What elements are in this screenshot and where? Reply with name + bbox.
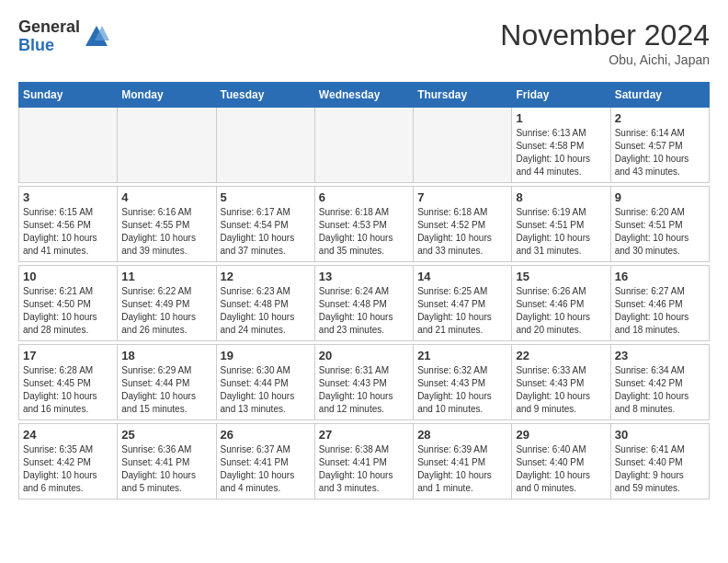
location: Obu, Aichi, Japan <box>500 52 710 67</box>
day-info: Sunrise: 6:18 AM Sunset: 4:52 PM Dayligh… <box>417 206 507 258</box>
day-number: 19 <box>221 349 311 362</box>
table-row: 22Sunrise: 6:33 AM Sunset: 4:43 PM Dayli… <box>512 345 610 420</box>
day-info: Sunrise: 6:30 AM Sunset: 4:44 PM Dayligh… <box>221 364 311 416</box>
col-sunday: Sunday <box>19 83 118 108</box>
day-number: 13 <box>319 270 409 283</box>
day-info: Sunrise: 6:21 AM Sunset: 4:50 PM Dayligh… <box>23 285 113 337</box>
table-row: 4Sunrise: 6:16 AM Sunset: 4:55 PM Daylig… <box>118 187 216 262</box>
table-row: 10Sunrise: 6:21 AM Sunset: 4:50 PM Dayli… <box>19 266 118 341</box>
table-row: 3Sunrise: 6:15 AM Sunset: 4:56 PM Daylig… <box>19 187 118 262</box>
table-row: 28Sunrise: 6:39 AM Sunset: 4:41 PM Dayli… <box>414 424 512 500</box>
day-number: 24 <box>23 428 113 442</box>
day-info: Sunrise: 6:26 AM Sunset: 4:46 PM Dayligh… <box>516 285 606 337</box>
table-row: 15Sunrise: 6:26 AM Sunset: 4:46 PM Dayli… <box>512 266 610 341</box>
day-number: 20 <box>319 349 409 362</box>
calendar-week-4: 17Sunrise: 6:28 AM Sunset: 4:45 PM Dayli… <box>19 345 710 420</box>
day-info: Sunrise: 6:28 AM Sunset: 4:45 PM Dayligh… <box>23 364 113 416</box>
table-row: 13Sunrise: 6:24 AM Sunset: 4:48 PM Dayli… <box>314 266 413 341</box>
table-row: 25Sunrise: 6:36 AM Sunset: 4:41 PM Dayli… <box>118 424 216 500</box>
table-row: 26Sunrise: 6:37 AM Sunset: 4:41 PM Dayli… <box>216 424 314 500</box>
table-row: 19Sunrise: 6:30 AM Sunset: 4:44 PM Dayli… <box>216 345 314 420</box>
table-row: 16Sunrise: 6:27 AM Sunset: 4:46 PM Dayli… <box>610 266 709 341</box>
day-info: Sunrise: 6:20 AM Sunset: 4:51 PM Dayligh… <box>615 206 705 258</box>
table-row: 29Sunrise: 6:40 AM Sunset: 4:40 PM Dayli… <box>512 424 610 500</box>
col-saturday: Saturday <box>610 83 709 108</box>
day-number: 15 <box>516 270 606 283</box>
table-row <box>19 108 118 183</box>
day-number: 17 <box>23 349 113 362</box>
calendar-week-3: 10Sunrise: 6:21 AM Sunset: 4:50 PM Dayli… <box>19 266 710 341</box>
day-number: 14 <box>417 270 507 283</box>
col-monday: Monday <box>118 83 216 108</box>
month-title: November 2024 <box>500 18 710 52</box>
table-row: 23Sunrise: 6:34 AM Sunset: 4:42 PM Dayli… <box>610 345 709 420</box>
table-row <box>216 108 314 183</box>
table-row: 2Sunrise: 6:14 AM Sunset: 4:57 PM Daylig… <box>610 108 709 183</box>
day-number: 30 <box>615 428 705 442</box>
col-wednesday: Wednesday <box>314 83 413 108</box>
table-row: 7Sunrise: 6:18 AM Sunset: 4:52 PM Daylig… <box>414 187 512 262</box>
day-info: Sunrise: 6:13 AM Sunset: 4:58 PM Dayligh… <box>516 127 606 178</box>
day-number: 18 <box>121 349 211 362</box>
table-row: 30Sunrise: 6:41 AM Sunset: 4:40 PM Dayli… <box>610 424 709 500</box>
table-row <box>414 108 512 183</box>
day-number: 4 <box>121 190 211 204</box>
logo: General Blue <box>18 18 109 55</box>
table-row: 1Sunrise: 6:13 AM Sunset: 4:58 PM Daylig… <box>512 108 610 183</box>
day-number: 3 <box>23 190 113 204</box>
day-number: 11 <box>121 270 211 283</box>
day-info: Sunrise: 6:15 AM Sunset: 4:56 PM Dayligh… <box>23 206 113 258</box>
calendar-week-5: 24Sunrise: 6:35 AM Sunset: 4:42 PM Dayli… <box>19 424 710 500</box>
day-info: Sunrise: 6:17 AM Sunset: 4:54 PM Dayligh… <box>221 206 311 258</box>
day-number: 8 <box>516 190 606 204</box>
day-info: Sunrise: 6:19 AM Sunset: 4:51 PM Dayligh… <box>516 206 606 258</box>
day-number: 1 <box>516 111 606 125</box>
calendar-table: Sunday Monday Tuesday Wednesday Thursday… <box>18 82 710 500</box>
day-number: 21 <box>417 349 507 362</box>
table-row: 17Sunrise: 6:28 AM Sunset: 4:45 PM Dayli… <box>19 345 118 420</box>
table-row: 18Sunrise: 6:29 AM Sunset: 4:44 PM Dayli… <box>118 345 216 420</box>
title-block: November 2024 Obu, Aichi, Japan <box>500 18 710 67</box>
day-info: Sunrise: 6:41 AM Sunset: 4:40 PM Dayligh… <box>615 443 705 495</box>
day-number: 28 <box>417 428 507 442</box>
day-info: Sunrise: 6:34 AM Sunset: 4:42 PM Dayligh… <box>615 364 705 416</box>
table-row: 12Sunrise: 6:23 AM Sunset: 4:48 PM Dayli… <box>216 266 314 341</box>
table-row: 5Sunrise: 6:17 AM Sunset: 4:54 PM Daylig… <box>216 187 314 262</box>
day-info: Sunrise: 6:31 AM Sunset: 4:43 PM Dayligh… <box>319 364 409 416</box>
day-number: 12 <box>221 270 311 283</box>
day-number: 29 <box>516 428 606 442</box>
day-number: 9 <box>615 190 705 204</box>
day-number: 26 <box>221 428 311 442</box>
day-number: 27 <box>319 428 409 442</box>
day-info: Sunrise: 6:37 AM Sunset: 4:41 PM Dayligh… <box>221 443 311 495</box>
table-row <box>314 108 413 183</box>
calendar-header-row: Sunday Monday Tuesday Wednesday Thursday… <box>19 83 710 108</box>
day-info: Sunrise: 6:23 AM Sunset: 4:48 PM Dayligh… <box>221 285 311 337</box>
col-thursday: Thursday <box>414 83 512 108</box>
day-info: Sunrise: 6:33 AM Sunset: 4:43 PM Dayligh… <box>516 364 606 416</box>
logo-general-text: General <box>18 18 80 37</box>
day-info: Sunrise: 6:18 AM Sunset: 4:53 PM Dayligh… <box>319 206 409 258</box>
day-info: Sunrise: 6:14 AM Sunset: 4:57 PM Dayligh… <box>615 127 705 178</box>
table-row: 14Sunrise: 6:25 AM Sunset: 4:47 PM Dayli… <box>414 266 512 341</box>
day-number: 6 <box>319 190 409 204</box>
col-tuesday: Tuesday <box>216 83 314 108</box>
day-number: 2 <box>615 111 705 125</box>
day-info: Sunrise: 6:35 AM Sunset: 4:42 PM Dayligh… <box>23 443 113 495</box>
table-row: 21Sunrise: 6:32 AM Sunset: 4:43 PM Dayli… <box>414 345 512 420</box>
calendar-week-2: 3Sunrise: 6:15 AM Sunset: 4:56 PM Daylig… <box>19 187 710 262</box>
day-number: 7 <box>417 190 507 204</box>
table-row: 11Sunrise: 6:22 AM Sunset: 4:49 PM Dayli… <box>118 266 216 341</box>
day-info: Sunrise: 6:36 AM Sunset: 4:41 PM Dayligh… <box>121 443 211 495</box>
day-info: Sunrise: 6:38 AM Sunset: 4:41 PM Dayligh… <box>319 443 409 495</box>
day-number: 25 <box>121 428 211 442</box>
day-number: 5 <box>221 190 311 204</box>
day-number: 22 <box>516 349 606 362</box>
table-row: 24Sunrise: 6:35 AM Sunset: 4:42 PM Dayli… <box>19 424 118 500</box>
day-info: Sunrise: 6:39 AM Sunset: 4:41 PM Dayligh… <box>417 443 507 495</box>
day-info: Sunrise: 6:40 AM Sunset: 4:40 PM Dayligh… <box>516 443 606 495</box>
table-row: 8Sunrise: 6:19 AM Sunset: 4:51 PM Daylig… <box>512 187 610 262</box>
table-row <box>118 108 216 183</box>
day-info: Sunrise: 6:22 AM Sunset: 4:49 PM Dayligh… <box>121 285 211 337</box>
logo-blue-text: Blue <box>18 37 80 55</box>
